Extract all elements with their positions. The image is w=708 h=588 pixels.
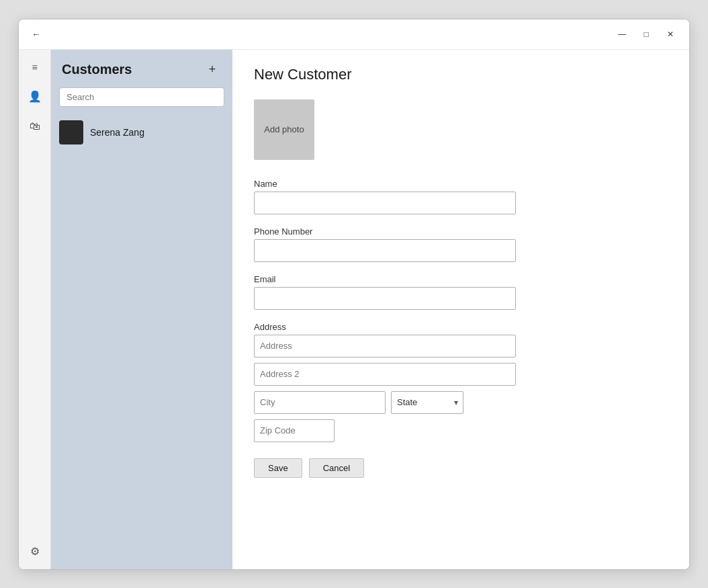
add-customer-button[interactable]: + xyxy=(203,60,222,79)
settings-nav-icon[interactable]: ⚙ xyxy=(23,540,47,564)
maximize-button[interactable]: □ xyxy=(635,25,657,44)
app-body: ≡ 👤 🛍 ⚙ Customers + Serena Zang New xyxy=(19,50,689,569)
add-photo-button[interactable]: Add photo xyxy=(254,99,314,160)
app-window: ← — □ ✕ ≡ 👤 🛍 ⚙ Customers + xyxy=(18,19,690,570)
city-input[interactable] xyxy=(254,391,386,414)
cancel-button[interactable]: Cancel xyxy=(309,458,364,478)
photo-label: Add photo xyxy=(264,124,304,134)
phone-group: Phone Number xyxy=(254,226,668,262)
address-group: Address State ALAKAZAR CACOCTDE FLGAHIID… xyxy=(254,322,668,442)
avatar xyxy=(59,120,83,144)
email-input[interactable] xyxy=(254,287,516,310)
main-content: New Customer Add photo Name Phone Number… xyxy=(232,50,689,569)
save-button[interactable]: Save xyxy=(254,458,302,478)
customers-nav-icon[interactable]: 👤 xyxy=(23,85,47,109)
email-group: Email xyxy=(254,274,668,310)
search-input[interactable] xyxy=(59,87,224,107)
back-button[interactable]: ← xyxy=(27,25,46,44)
customer-name: Serena Zang xyxy=(90,127,144,138)
address-label: Address xyxy=(254,322,668,332)
search-container xyxy=(51,87,232,115)
customers-header: Customers + xyxy=(51,50,232,87)
hamburger-menu-icon[interactable]: ≡ xyxy=(23,55,47,79)
customer-list: Serena Zang xyxy=(51,115,232,569)
name-group: Name xyxy=(254,179,668,214)
close-button[interactable]: ✕ xyxy=(660,25,681,44)
address2-input[interactable] xyxy=(254,363,516,386)
list-item[interactable]: Serena Zang xyxy=(51,115,232,150)
title-bar: ← — □ ✕ xyxy=(19,19,689,50)
customers-title: Customers xyxy=(62,62,132,77)
title-bar-left: ← xyxy=(27,25,46,44)
name-label: Name xyxy=(254,179,668,189)
state-select[interactable]: State ALAKAZAR CACOCTDE FLGAHIID ILINIAK… xyxy=(391,391,463,414)
minimize-button[interactable]: — xyxy=(611,25,633,44)
nav-rail: ≡ 👤 🛍 ⚙ xyxy=(19,50,51,569)
page-title: New Customer xyxy=(254,66,668,83)
state-wrapper: State ALAKAZAR CACOCTDE FLGAHIID ILINIAK… xyxy=(391,391,463,414)
name-input[interactable] xyxy=(254,192,516,214)
phone-label: Phone Number xyxy=(254,226,668,237)
customers-panel: Customers + Serena Zang xyxy=(51,50,232,569)
bag-nav-icon[interactable]: 🛍 xyxy=(23,114,47,138)
form-actions: Save Cancel xyxy=(254,458,668,478)
phone-input[interactable] xyxy=(254,239,516,262)
email-label: Email xyxy=(254,274,668,284)
zip-input[interactable] xyxy=(254,419,335,442)
title-bar-controls: — □ ✕ xyxy=(611,25,681,44)
zip-row xyxy=(254,419,668,442)
address1-input[interactable] xyxy=(254,335,516,358)
city-state-row: State ALAKAZAR CACOCTDE FLGAHIID ILINIAK… xyxy=(254,391,668,414)
